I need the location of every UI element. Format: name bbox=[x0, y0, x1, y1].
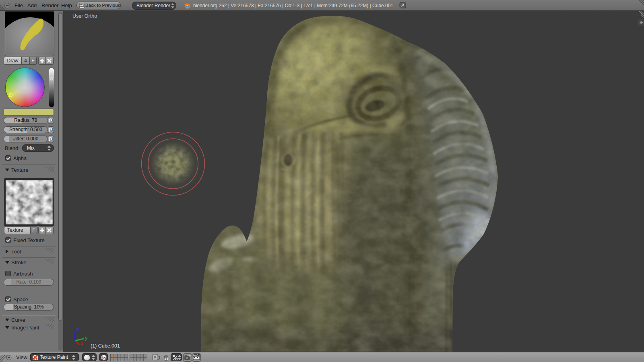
svg-text:(1) Cube.001: (1) Cube.001 bbox=[91, 343, 120, 349]
svg-text:y: y bbox=[85, 335, 88, 341]
svg-text:User Ortho: User Ortho bbox=[72, 13, 97, 19]
svg-text:x: x bbox=[80, 340, 83, 346]
svg-text:z: z bbox=[76, 326, 79, 332]
